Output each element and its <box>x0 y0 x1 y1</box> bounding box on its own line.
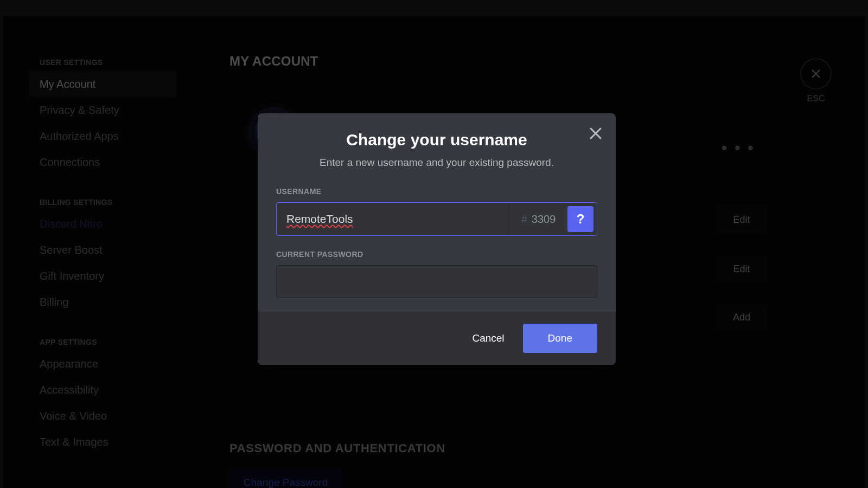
discriminator-box: # 3309 <box>509 203 567 235</box>
current-password-input[interactable] <box>277 266 597 297</box>
username-field-row: RemoteTools # 3309 ? <box>276 202 597 236</box>
done-button[interactable]: Done <box>523 324 597 353</box>
question-icon: ? <box>577 211 585 227</box>
password-field-label: CURRENT PASSWORD <box>276 250 597 259</box>
username-field-label: USERNAME <box>276 187 597 196</box>
password-field-box <box>276 265 597 298</box>
discriminator-help-button[interactable]: ? <box>567 206 593 232</box>
app-root: USER SETTINGS My Account Privacy & Safet… <box>0 0 868 488</box>
discriminator-value: 3309 <box>532 213 556 226</box>
modal-subtitle: Enter a new username and your existing p… <box>276 157 597 169</box>
hash-icon: # <box>521 213 527 226</box>
modal-footer: Cancel Done <box>258 312 616 365</box>
modal-title: Change your username <box>276 131 597 149</box>
close-icon <box>588 125 604 142</box>
app-inner: USER SETTINGS My Account Privacy & Safet… <box>3 16 865 488</box>
modal-body: Change your username Enter a new usernam… <box>258 113 616 312</box>
username-value: RemoteTools <box>286 213 353 226</box>
username-input[interactable]: RemoteTools <box>277 203 509 235</box>
change-username-modal: Change your username Enter a new usernam… <box>258 113 616 365</box>
cancel-button[interactable]: Cancel <box>469 327 507 350</box>
modal-close-button[interactable] <box>588 125 604 142</box>
